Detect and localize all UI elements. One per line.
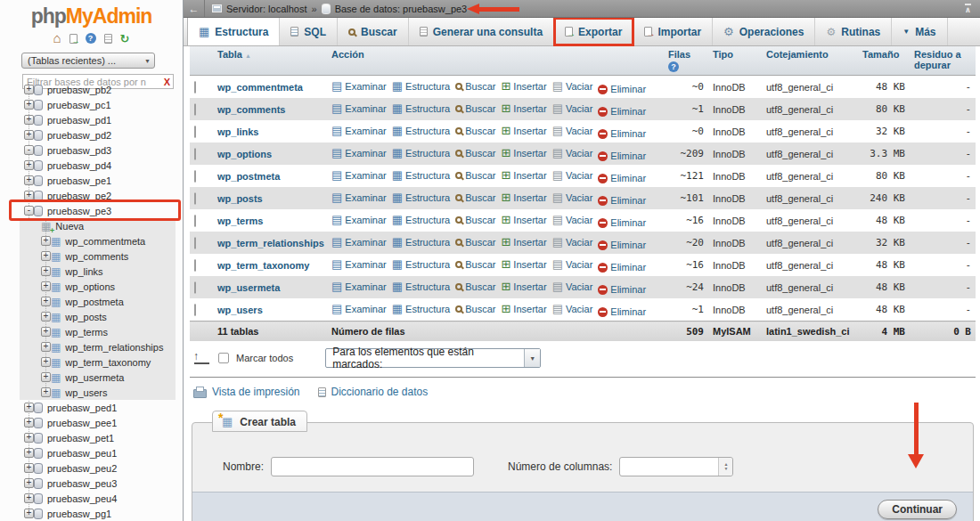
action-buscar[interactable]: Buscar	[455, 103, 495, 114]
breadcrumb-server[interactable]: Servidor: localhost	[226, 4, 307, 14]
action-vaciar[interactable]: Vaciar	[552, 168, 593, 182]
action-estructura[interactable]: Estructura	[392, 213, 450, 226]
table-name-link[interactable]: wp_postmeta	[213, 165, 327, 187]
columns-count-input[interactable]	[619, 457, 733, 476]
action-estructura[interactable]: Estructura	[392, 235, 450, 248]
check-all-label[interactable]: Marcar todos	[236, 353, 293, 363]
sidebar-table-label[interactable]: Nueva	[51, 221, 84, 232]
row-checkbox[interactable]	[194, 259, 196, 272]
sidebar-db-pruebasw_peu2[interactable]: +pruebasw_peu2	[0, 460, 183, 476]
sidebar-table-wp_options[interactable]: +wp_options	[20, 279, 176, 294]
expand-toggle[interactable]: +	[24, 418, 34, 427]
sidebar-db-label[interactable]: pruebasw_peu4	[43, 493, 117, 504]
action-estructura[interactable]: Estructura	[392, 302, 450, 315]
sidebar-db-label[interactable]: pruebasw_pd1	[43, 115, 111, 126]
sidebar-table-wp_usermeta[interactable]: +wp_usermeta	[20, 370, 176, 385]
sidebar-table-label[interactable]: wp_comments	[61, 251, 128, 262]
expand-toggle[interactable]: +	[24, 85, 34, 94]
action-eliminar[interactable]: Eliminar	[598, 217, 646, 228]
action-buscar[interactable]: Buscar	[455, 170, 495, 181]
expand-toggle[interactable]: -	[24, 206, 34, 216]
sidebar-table-label[interactable]: wp_commentmeta	[61, 236, 145, 247]
action-estructura[interactable]: Estructura	[392, 124, 450, 137]
action-examinar[interactable]: Examinar	[331, 257, 387, 271]
action-vaciar[interactable]: Vaciar	[552, 124, 593, 137]
action-buscar[interactable]: Buscar	[455, 281, 495, 292]
refresh-icon[interactable]	[120, 32, 130, 45]
sidebar-table-wp_terms[interactable]: +wp_terms	[20, 324, 176, 339]
sidebar-db-pruebasw_pe2[interactable]: +pruebasw_pe2	[0, 188, 183, 203]
sidebar-db-label[interactable]: pruebasw_pc1	[43, 100, 111, 110]
sidebar-table-wp_term_taxonomy[interactable]: +wp_term_taxonomy	[20, 354, 176, 370]
row-checkbox[interactable]	[194, 103, 196, 116]
action-estructura[interactable]: Estructura	[392, 79, 450, 93]
sidebar-db-pruebasw_pd3[interactable]: -pruebasw_pd3	[0, 142, 183, 158]
action-vaciar[interactable]: Vaciar	[552, 102, 593, 115]
action-insertar[interactable]: Insertar	[501, 102, 546, 115]
sidebar-db-label[interactable]: pruebasw_peu1	[43, 448, 117, 459]
sidebar-db-pruebasw_pee1[interactable]: +pruebasw_pee1	[0, 415, 183, 430]
column-header-cotejamiento[interactable]: Cotejamiento	[762, 46, 858, 76]
sidebar-table-Nueva[interactable]: Nueva	[20, 218, 176, 233]
recent-tables-select[interactable]: (Tablas recientes) ...	[21, 53, 155, 69]
expand-toggle[interactable]: +	[41, 387, 51, 397]
sidebar-db-label[interactable]: pruebasw_peu2	[43, 463, 117, 474]
sidebar-table-label[interactable]: wp_term_taxonomy	[61, 357, 151, 368]
sidebar-db-pruebasw_peu3[interactable]: +pruebasw_peu3	[0, 476, 183, 491]
sidebar-db-label[interactable]: pruebasw_pb2	[43, 85, 111, 95]
row-checkbox[interactable]	[194, 304, 196, 316]
sidebar-db-pruebasw_peu4[interactable]: +pruebasw_peu4	[0, 491, 183, 506]
sidebar-db-label[interactable]: pruebasw_pg1	[43, 509, 111, 519]
table-name-link[interactable]: wp_commentmeta	[213, 76, 327, 99]
docs-icon[interactable]	[104, 34, 112, 44]
data-dictionary-link[interactable]: Diccionario de datos	[318, 386, 429, 398]
table-name-link[interactable]: wp_options	[213, 142, 327, 165]
action-examinar[interactable]: Examinar	[331, 191, 387, 204]
tab-exportar[interactable]: Exportar	[554, 18, 633, 45]
sidebar-table-label[interactable]: wp_users	[61, 387, 107, 398]
continue-button[interactable]: Continuar	[878, 500, 957, 519]
tab-sql[interactable]: SQL	[280, 18, 338, 45]
table-name-link[interactable]: wp_terms	[213, 209, 327, 232]
sidebar-table-wp_term_relationships[interactable]: +wp_term_relationships	[20, 339, 176, 354]
action-estructura[interactable]: Estructura	[392, 146, 450, 159]
help-icon[interactable]	[86, 33, 96, 44]
sidebar-db-pruebasw_peu1[interactable]: +pruebasw_peu1	[0, 445, 183, 460]
expand-toggle[interactable]: +	[24, 130, 34, 140]
action-eliminar[interactable]: Eliminar	[598, 262, 646, 273]
tab-importar[interactable]: Importar	[633, 18, 713, 45]
table-name-link[interactable]: wp_term_taxonomy	[213, 254, 327, 276]
expand-toggle[interactable]: +	[24, 478, 34, 488]
action-eliminar[interactable]: Eliminar	[598, 284, 646, 295]
action-examinar[interactable]: Examinar	[331, 102, 387, 115]
expand-toggle[interactable]: +	[24, 160, 34, 170]
action-insertar[interactable]: Insertar	[501, 280, 546, 293]
action-eliminar[interactable]: Eliminar	[598, 128, 646, 139]
expand-toggle[interactable]: +	[24, 403, 34, 412]
sidebar-db-pruebasw_pc1[interactable]: +pruebasw_pc1	[0, 97, 183, 112]
action-eliminar[interactable]: Eliminar	[598, 151, 646, 161]
action-estructura[interactable]: Estructura	[392, 102, 450, 115]
action-insertar[interactable]: Insertar	[501, 146, 546, 159]
action-examinar[interactable]: Examinar	[331, 213, 387, 226]
sidebar-db-label[interactable]: pruebasw_pe1	[43, 175, 111, 186]
action-insertar[interactable]: Insertar	[501, 213, 546, 226]
sidebar-db-pruebasw_pd2[interactable]: +pruebasw_pd2	[0, 127, 183, 142]
action-estructura[interactable]: Estructura	[392, 257, 450, 271]
action-insertar[interactable]: Insertar	[501, 257, 546, 271]
sidebar-table-wp_postmeta[interactable]: +wp_postmeta	[20, 294, 176, 309]
sidebar-db-pruebasw_pe1[interactable]: +pruebasw_pe1	[0, 173, 183, 188]
home-icon[interactable]	[53, 33, 61, 44]
sidebar-db-pruebasw_ped1[interactable]: +pruebasw_ped1	[0, 400, 183, 415]
action-examinar[interactable]: Examinar	[331, 124, 387, 137]
sidebar-table-wp_posts[interactable]: +wp_posts	[20, 309, 176, 324]
action-eliminar[interactable]: Eliminar	[598, 240, 646, 250]
action-eliminar[interactable]: Eliminar	[598, 306, 646, 317]
table-name-link[interactable]: wp_links	[213, 120, 327, 142]
expand-toggle[interactable]: +	[24, 115, 34, 125]
sidebar-db-pruebasw_pd4[interactable]: +pruebasw_pd4	[0, 158, 183, 173]
phpmyadmin-logo[interactable]: phpMyAdmin	[0, 0, 183, 28]
sidebar-db-label[interactable]: pruebasw_pee1	[43, 418, 117, 428]
action-vaciar[interactable]: Vaciar	[552, 191, 593, 204]
action-insertar[interactable]: Insertar	[501, 235, 546, 248]
